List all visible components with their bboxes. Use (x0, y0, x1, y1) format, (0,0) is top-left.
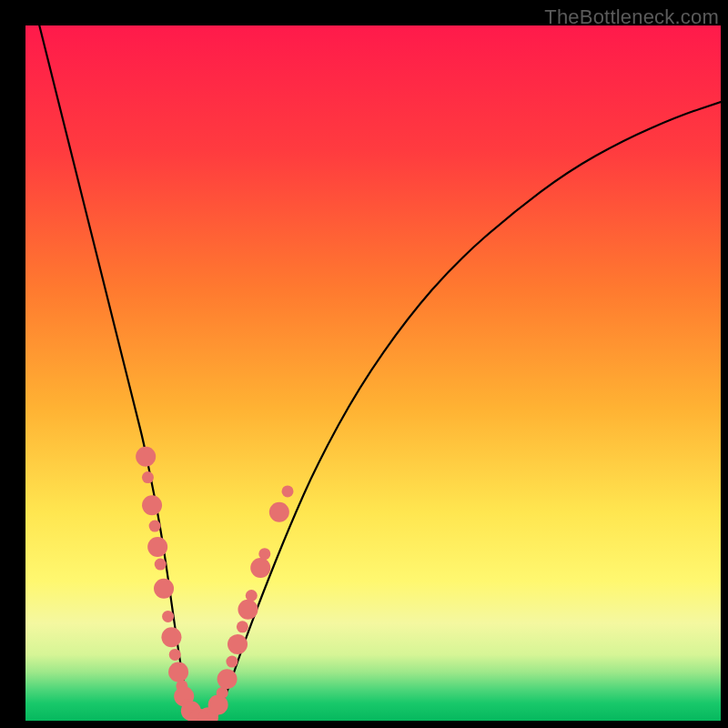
marker-dot (217, 669, 238, 689)
marker-dot (237, 621, 248, 632)
marker-dot (161, 627, 181, 647)
marker-dot (136, 447, 156, 467)
marker-dot (238, 600, 258, 620)
marker-dot (258, 548, 270, 560)
chart-svg (25, 25, 721, 721)
marker-dot (149, 521, 161, 532)
marker-dot (168, 662, 188, 682)
marker-dot (282, 485, 294, 497)
marker-dot (147, 537, 167, 557)
chart-stage: TheBottleneck.com (0, 0, 728, 728)
marker-dot (142, 495, 162, 515)
watermark-label: TheBottleneck.com (544, 5, 719, 29)
gradient-background (25, 25, 721, 721)
plot-area (25, 25, 721, 721)
marker-dot (269, 502, 289, 522)
marker-dot (162, 611, 174, 622)
marker-dot (169, 649, 181, 661)
marker-dot (142, 471, 154, 483)
marker-dot (228, 634, 248, 654)
marker-dot (155, 559, 167, 571)
marker-dot (250, 558, 270, 578)
marker-dot (226, 656, 238, 668)
marker-dot (246, 590, 258, 602)
marker-dot (154, 579, 174, 599)
